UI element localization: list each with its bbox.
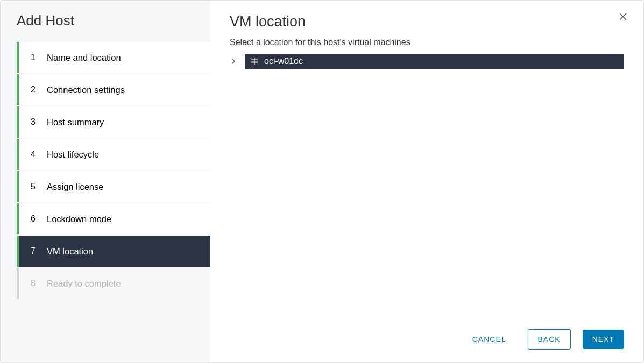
step-host-lifecycle[interactable]: 4 Host lifecycle — [17, 139, 210, 170]
step-label: Lockdown mode — [47, 214, 111, 224]
add-host-dialog: Add Host 1 Name and location 2 Connectio… — [0, 0, 644, 363]
step-number: 2 — [31, 85, 38, 95]
step-number: 1 — [31, 53, 38, 62]
step-lockdown-mode[interactable]: 6 Lockdown mode — [17, 203, 210, 234]
step-name-and-location[interactable]: 1 Name and location — [17, 42, 210, 73]
step-label: Host summary — [47, 117, 104, 127]
page-subtitle: Select a location for this host's virtua… — [230, 38, 624, 47]
chevron-right-icon — [231, 59, 236, 64]
datacenter-icon — [250, 57, 259, 66]
back-button[interactable]: BACK — [528, 329, 571, 350]
step-number: 3 — [31, 117, 38, 127]
step-number: 6 — [31, 214, 38, 224]
wizard-footer: CANCEL BACK NEXT — [230, 318, 624, 350]
step-vm-location[interactable]: 7 VM location — [17, 236, 210, 267]
expand-icon[interactable] — [230, 59, 237, 64]
tree-row: oci-w01dc — [230, 54, 624, 69]
step-label: VM location — [47, 246, 93, 257]
step-assign-license[interactable]: 5 Assign license — [17, 171, 210, 202]
wizard-sidebar: Add Host 1 Name and location 2 Connectio… — [1, 1, 210, 362]
step-label: Ready to complete — [47, 279, 121, 289]
tree-item-datacenter[interactable]: oci-w01dc — [245, 54, 624, 69]
step-number: 5 — [31, 182, 38, 191]
step-label: Connection settings — [47, 85, 125, 95]
location-tree: oci-w01dc — [230, 54, 624, 69]
step-number: 4 — [31, 150, 38, 159]
step-number: 7 — [31, 246, 38, 256]
wizard-title: Add Host — [1, 12, 210, 42]
step-label: Assign license — [47, 182, 103, 192]
step-host-summary[interactable]: 3 Host summary — [17, 106, 210, 138]
close-button[interactable] — [619, 12, 627, 23]
step-connection-settings[interactable]: 2 Connection settings — [17, 74, 210, 105]
wizard-main: VM location Select a location for this h… — [210, 1, 643, 362]
next-button[interactable]: NEXT — [583, 330, 624, 349]
step-label: Name and location — [47, 53, 121, 63]
tree-item-label: oci-w01dc — [264, 56, 303, 66]
step-label: Host lifecycle — [47, 150, 99, 160]
step-ready-to-complete: 8 Ready to complete — [17, 268, 210, 299]
cancel-button[interactable]: CANCEL — [463, 330, 516, 349]
step-number: 8 — [31, 279, 38, 288]
wizard-steps: 1 Name and location 2 Connection setting… — [17, 42, 210, 299]
close-icon — [619, 12, 627, 21]
page-title: VM location — [230, 13, 624, 30]
